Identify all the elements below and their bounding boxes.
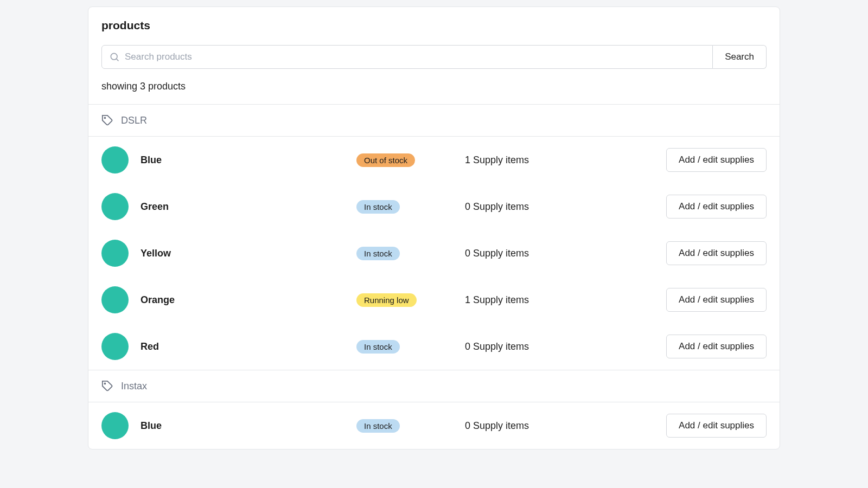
status-badge: Out of stock — [356, 153, 415, 167]
status-badge: In stock — [356, 247, 400, 260]
search-button[interactable]: Search — [713, 45, 767, 69]
product-row: RedIn stock0 Supply itemsAdd / edit supp… — [88, 323, 780, 370]
product-name: Red — [129, 341, 356, 352]
supply-count: 1 Supply items — [465, 294, 579, 306]
product-row: BlueOut of stock1 Supply itemsAdd / edit… — [88, 137, 780, 183]
action-col: Add / edit supplies — [579, 288, 767, 312]
status-col: In stock — [356, 247, 465, 260]
add-edit-supplies-button[interactable]: Add / edit supplies — [666, 148, 767, 172]
add-edit-supplies-button[interactable]: Add / edit supplies — [666, 288, 767, 312]
card-header: products — [88, 7, 780, 32]
status-col: Out of stock — [356, 153, 465, 167]
status-badge: In stock — [356, 419, 400, 433]
product-swatch — [101, 146, 129, 174]
product-groups: DSLRBlueOut of stock1 Supply itemsAdd / … — [88, 104, 780, 449]
svg-point-0 — [111, 53, 117, 60]
svg-line-1 — [117, 59, 119, 61]
status-col: In stock — [356, 200, 465, 214]
action-col: Add / edit supplies — [579, 148, 767, 172]
status-badge: In stock — [356, 200, 400, 214]
supply-count: 0 Supply items — [465, 201, 579, 213]
tag-icon — [101, 380, 113, 392]
add-edit-supplies-button[interactable]: Add / edit supplies — [666, 241, 767, 265]
svg-point-3 — [105, 383, 106, 384]
status-col: In stock — [356, 340, 465, 354]
action-col: Add / edit supplies — [579, 241, 767, 265]
showing-count: showing 3 products — [88, 69, 780, 104]
product-name: Green — [129, 201, 356, 213]
status-badge: In stock — [356, 340, 400, 354]
action-col: Add / edit supplies — [579, 335, 767, 358]
product-name: Blue — [129, 155, 356, 166]
search-icon — [109, 52, 120, 62]
product-row: OrangeRunning low1 Supply itemsAdd / edi… — [88, 277, 780, 323]
product-row: GreenIn stock0 Supply itemsAdd / edit su… — [88, 183, 780, 230]
add-edit-supplies-button[interactable]: Add / edit supplies — [666, 414, 767, 438]
supply-count: 0 Supply items — [465, 248, 579, 259]
action-col: Add / edit supplies — [579, 414, 767, 438]
status-col: Running low — [356, 293, 465, 307]
search-input[interactable] — [101, 45, 713, 69]
tag-icon — [101, 114, 113, 126]
product-swatch — [101, 240, 129, 267]
status-badge: Running low — [356, 293, 417, 307]
search-wrap — [101, 45, 713, 69]
product-name: Yellow — [129, 248, 356, 259]
add-edit-supplies-button[interactable]: Add / edit supplies — [666, 195, 767, 219]
product-name: Orange — [129, 294, 356, 306]
product-swatch — [101, 333, 129, 360]
products-card: products Search showing 3 products DSLRB… — [88, 7, 780, 450]
supply-count: 0 Supply items — [465, 341, 579, 352]
product-row: BlueIn stock0 Supply itemsAdd / edit sup… — [88, 402, 780, 449]
search-row: Search — [88, 32, 780, 69]
action-col: Add / edit supplies — [579, 195, 767, 219]
page-title: products — [101, 19, 767, 32]
add-edit-supplies-button[interactable]: Add / edit supplies — [666, 335, 767, 358]
group-label: DSLR — [121, 115, 147, 126]
product-swatch — [101, 286, 129, 313]
product-swatch — [101, 193, 129, 220]
product-swatch — [101, 412, 129, 439]
supply-count: 1 Supply items — [465, 155, 579, 166]
page: products Search showing 3 products DSLRB… — [0, 7, 868, 488]
supply-count: 0 Supply items — [465, 420, 579, 432]
group-header: DSLR — [88, 104, 780, 137]
svg-point-2 — [105, 118, 106, 119]
product-row: YellowIn stock0 Supply itemsAdd / edit s… — [88, 230, 780, 277]
status-col: In stock — [356, 419, 465, 433]
product-name: Blue — [129, 420, 356, 432]
group-header: Instax — [88, 370, 780, 402]
group-label: Instax — [121, 381, 147, 392]
